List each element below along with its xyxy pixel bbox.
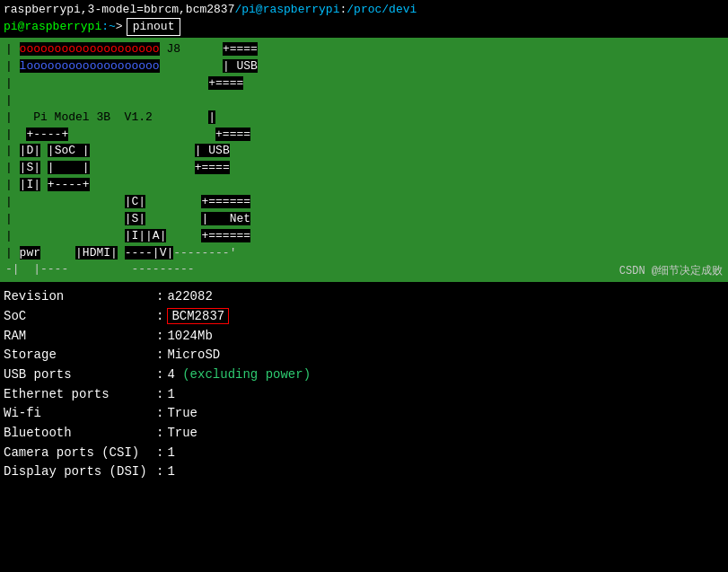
soc-value-highlight: BCM2837	[167, 308, 229, 324]
user-host: pi@raspberrypi	[4, 19, 101, 35]
colon-revision: :	[156, 287, 167, 307]
top-bar: raspberrypi,3-model=bbrcm,bcm2837/pi@ras…	[0, 0, 728, 38]
table-row: Wi-fi : True	[4, 404, 311, 424]
colon-storage: :	[156, 346, 167, 365]
value-ethernet: 1	[167, 385, 311, 405]
colon-csi: :	[156, 444, 167, 463]
value-soc: BCM2837	[167, 307, 311, 327]
command-box: pinout	[127, 18, 181, 36]
colon-bluetooth: :	[156, 424, 167, 444]
value-bluetooth: True	[167, 424, 311, 444]
label-revision: Revision	[4, 287, 156, 307]
table-row: Ethernet ports : 1	[4, 385, 311, 405]
prompt: >	[116, 19, 123, 35]
label-ethernet: Ethernet ports	[4, 385, 156, 405]
value-ram: 1024Mb	[167, 327, 311, 347]
value-dsi: 1	[167, 462, 311, 482]
tilde: :~	[101, 19, 116, 35]
label-csi: Camera ports (CSI)	[4, 444, 156, 463]
colon-dsi: :	[156, 462, 167, 482]
label-wifi: Wi-fi	[4, 404, 156, 424]
label-usb: USB ports	[4, 365, 156, 385]
table-row: Storage : MicroSD	[4, 346, 311, 365]
value-csi: 1	[167, 444, 311, 463]
terminal-line2: pi@raspberrypi:~ > pinout	[4, 18, 724, 36]
info-section: Revision : a22082 SoC : BCM2837 RAM : 10…	[0, 282, 728, 572]
label-storage: Storage	[4, 346, 156, 365]
table-row: USB ports : 4 (excluding power)	[4, 365, 311, 385]
terminal: raspberrypi,3-model=bbrcm,bcm2837/pi@ras…	[0, 0, 728, 572]
table-row: SoC : BCM2837	[4, 307, 311, 327]
specs-table: Revision : a22082 SoC : BCM2837 RAM : 10…	[4, 287, 311, 482]
table-row: RAM : 1024Mb	[4, 327, 311, 347]
colon-wifi: :	[156, 404, 167, 424]
value-revision: a22082	[167, 287, 311, 307]
table-row: Bluetooth : True	[4, 424, 311, 444]
label-ram: RAM	[4, 327, 156, 347]
table-row: Revision : a22082	[4, 287, 311, 307]
label-soc: SoC	[4, 307, 156, 327]
value-wifi: True	[167, 404, 311, 424]
colon-ethernet: :	[156, 385, 167, 405]
watermark: CSDN @细节决定成败	[619, 263, 723, 278]
table-row: Display ports (DSI) : 1	[4, 462, 311, 482]
colon-usb: :	[156, 365, 167, 385]
diagram-wrapper: | oooooooooooooooooooo J8 +==== | looooo…	[0, 38, 728, 282]
colon-ram: :	[156, 327, 167, 347]
label-dsi: Display ports (DSI)	[4, 462, 156, 482]
value-storage: MicroSD	[167, 346, 311, 365]
table-row: Camera ports (CSI) : 1	[4, 444, 311, 463]
colon-soc: :	[156, 307, 167, 327]
diagram-content: | oooooooooooooooooooo J8 +==== | looooo…	[5, 41, 723, 278]
diagram-area: | oooooooooooooooooooo J8 +==== | looooo…	[0, 38, 728, 282]
usb-note: (excluding power)	[182, 367, 311, 382]
terminal-line1: raspberrypi,3-model=bbrcm,bcm2837/pi@ras…	[4, 2, 724, 18]
label-bluetooth: Bluetooth	[4, 424, 156, 444]
breadcrumb-path: raspberrypi,3-model=bbrcm,bcm2837	[4, 3, 234, 16]
value-usb: 4 (excluding power)	[167, 365, 311, 385]
